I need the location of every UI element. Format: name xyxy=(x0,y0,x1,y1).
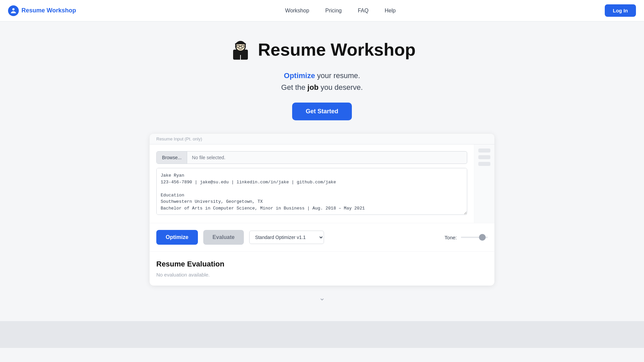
hero-title: Resume Workshop xyxy=(258,40,416,60)
right-placeholder-3 xyxy=(478,162,490,166)
tone-label: Tone: xyxy=(444,235,457,240)
scroll-indicator: ⌄ xyxy=(319,286,325,308)
card-inner: Browse... No file selected. Jake Ryan 12… xyxy=(150,144,494,223)
hero-subtitle-optimize: Optimize xyxy=(284,71,315,80)
file-name-display: No file selected. xyxy=(187,152,467,164)
action-bar: Optimize Evaluate Standard Optimizer v1.… xyxy=(150,223,494,251)
browse-button[interactable]: Browse... xyxy=(157,152,187,164)
nav-link-workshop[interactable]: Workshop xyxy=(285,8,309,13)
card-left-panel: Browse... No file selected. Jake Ryan 12… xyxy=(150,144,474,223)
nav-link-pricing[interactable]: Pricing xyxy=(325,8,342,13)
nav-links: Workshop Pricing FAQ Help xyxy=(285,8,396,14)
main-card: Resume Input (Pt. only) Browse... No fil… xyxy=(150,134,494,286)
evaluation-empty-text: No evaluation available. xyxy=(156,272,488,278)
brand-link[interactable]: Resume Workshop xyxy=(8,5,76,16)
evaluate-button[interactable]: Evaluate xyxy=(203,230,244,245)
card-header-text: Resume Input (Pt. only) xyxy=(156,136,202,141)
get-started-button[interactable]: Get Started xyxy=(292,103,352,120)
tone-slider[interactable] xyxy=(461,237,488,238)
login-button[interactable]: Log In xyxy=(605,4,636,17)
resume-textarea[interactable]: Jake Ryan 123-456-7890 | jake@su.edu | l… xyxy=(156,168,467,215)
bottom-section xyxy=(0,321,644,348)
card-right-panel xyxy=(474,144,494,223)
optimizer-select[interactable]: Standard Optimizer v1.1 Advanced Optimiz… xyxy=(249,231,324,244)
brand-text: Resume Workshop xyxy=(21,7,76,14)
nav-link-help[interactable]: Help xyxy=(385,8,396,13)
nav-link-faq[interactable]: FAQ xyxy=(358,8,369,13)
chevron-down-icon: ⌄ xyxy=(319,294,325,302)
tone-section: Tone: xyxy=(444,235,488,240)
svg-point-0 xyxy=(12,8,15,10)
card-header-bar: Resume Input (Pt. only) xyxy=(150,134,494,144)
hero-section: Resume Workshop Optimize your resume. Ge… xyxy=(0,21,644,318)
main-card-container: Resume Input (Pt. only) Browse... No fil… xyxy=(144,134,500,286)
brand-icon xyxy=(8,5,19,16)
hero-subtitle-job: job xyxy=(308,83,319,92)
hero-subtitle-line2-end: you deserve. xyxy=(321,83,363,92)
hero-subtitle: Optimize your resume. Get the job you de… xyxy=(281,70,363,93)
evaluation-section: Resume Evaluation No evaluation availabl… xyxy=(150,251,494,286)
optimize-button[interactable]: Optimize xyxy=(156,230,198,245)
right-placeholder-1 xyxy=(478,148,490,153)
hero-logo: Resume Workshop xyxy=(228,38,416,62)
evaluation-title: Resume Evaluation xyxy=(156,260,488,268)
hero-subtitle-line2-start: Get the xyxy=(281,83,307,92)
file-input-row: Browse... No file selected. xyxy=(156,151,467,164)
navbar: Resume Workshop Workshop Pricing FAQ Hel… xyxy=(0,0,644,21)
hero-mascot-icon xyxy=(228,38,253,62)
right-placeholder-2 xyxy=(478,155,490,159)
hero-subtitle-line1: your resume. xyxy=(317,71,360,80)
